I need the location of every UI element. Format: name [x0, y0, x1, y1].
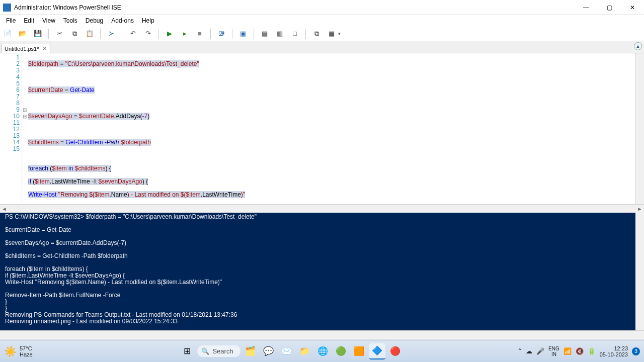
open-icon[interactable]: 📂	[17, 28, 28, 39]
stop-icon[interactable]: ■	[194, 28, 205, 39]
collapse-script-pane-icon[interactable]: ▲	[634, 42, 642, 50]
battery-icon[interactable]: 🔋	[588, 347, 596, 355]
title-bar: Administrator: Windows PowerShell ISE — …	[0, 0, 644, 15]
menu-addons[interactable]: Add-ons	[107, 16, 138, 25]
layout2-icon[interactable]: ▥	[274, 28, 285, 39]
menu-bar: File Edit View Tools Debug Add-ons Help	[0, 15, 644, 26]
mic-icon[interactable]: 🎤	[536, 347, 544, 355]
search-icon: 🔍	[201, 347, 209, 355]
language-indicator[interactable]: ENGIN	[548, 346, 559, 357]
app-icon-1[interactable]: 🟧	[351, 343, 367, 359]
menu-view[interactable]: View	[38, 16, 59, 25]
fold-column: ⊟⊟	[22, 53, 27, 204]
explorer-icon[interactable]: 📁	[297, 343, 313, 359]
cut-icon[interactable]: ✂	[54, 28, 65, 39]
redo-icon[interactable]: ↷	[142, 28, 153, 39]
edge-icon[interactable]: 🟢	[333, 343, 349, 359]
weather-widget[interactable]: ☀️ 57°C Haze	[4, 345, 64, 357]
chat-icon[interactable]: 💬	[261, 343, 277, 359]
wifi-icon[interactable]: 📶	[564, 347, 572, 355]
toolbar-dropdown-icon[interactable]: ▾	[338, 31, 341, 36]
console-pane[interactable]: PS C:\WINDOWS\system32> $folderpath = "C…	[0, 213, 644, 330]
onedrive-icon[interactable]: ☁	[526, 347, 532, 355]
line-number-gutter: 123 456 789 101112 131415	[0, 53, 22, 204]
new-icon[interactable]: 📄	[2, 28, 13, 39]
notifications-icon[interactable]: 3	[632, 347, 640, 355]
tab-label: Untitled1.ps1*	[5, 46, 39, 52]
tab-row: Untitled1.ps1* ✕ ▲	[0, 41, 644, 53]
start-button[interactable]: ⊞	[179, 343, 195, 359]
app-icon	[3, 4, 11, 12]
task-view-icon[interactable]: 🗂️	[243, 343, 259, 359]
run-icon[interactable]: ▶	[164, 28, 175, 39]
volume-icon[interactable]: 🔇	[576, 347, 584, 355]
menu-debug[interactable]: Debug	[82, 16, 107, 25]
code-area[interactable]: $folderpath = "C:\Users\parveen.kumar\Do…	[27, 53, 635, 204]
menu-tools[interactable]: Tools	[59, 16, 82, 25]
clear-icon[interactable]: ≻	[106, 28, 117, 39]
tab-untitled1[interactable]: Untitled1.ps1* ✕	[1, 44, 50, 53]
editor-vertical-scrollbar[interactable]	[635, 53, 644, 204]
search-placeholder: Search	[212, 347, 233, 355]
run-selection-icon[interactable]: ▸	[179, 28, 190, 39]
window-title: Administrator: Windows PowerShell ISE	[14, 4, 575, 11]
toolbar: 📄 📂 💾 ✂ ⧉ 📋 ≻ ↶ ↷ ▶ ▸ ■ 🖳 ▣ ▤ ▥ □ ⧉ ▦ ▾	[0, 26, 644, 41]
script-editor[interactable]: 123 456 789 101112 131415 ⊟⊟ $folderpath…	[0, 53, 644, 204]
new-remote-icon[interactable]: ▣	[237, 28, 249, 39]
menu-help[interactable]: Help	[138, 16, 158, 25]
close-button[interactable]: ✕	[621, 0, 644, 15]
layout1-icon[interactable]: ▤	[259, 28, 270, 39]
undo-icon[interactable]: ↶	[127, 28, 138, 39]
show-addon-icon[interactable]: ▦	[326, 28, 337, 39]
clock[interactable]: 12:2305-10-2023	[600, 345, 628, 357]
menu-file[interactable]: File	[2, 16, 20, 25]
console-vertical-scrollbar[interactable]	[635, 213, 644, 330]
menu-edit[interactable]: Edit	[20, 16, 38, 25]
paste-icon[interactable]: 📋	[84, 28, 95, 39]
show-command-icon[interactable]: ⧉	[311, 28, 322, 39]
console-horizontal-scrollbar[interactable]	[0, 330, 644, 339]
remote-icon[interactable]: 🖳	[216, 28, 227, 39]
maximize-button[interactable]: ▢	[598, 0, 621, 15]
mail-icon[interactable]: ✉️	[279, 343, 295, 359]
chrome-icon[interactable]: 🌐	[315, 343, 331, 359]
taskbar-search[interactable]: 🔍 Search	[197, 345, 240, 357]
layout3-icon[interactable]: □	[289, 28, 300, 39]
windows-taskbar: ☀️ 57°C Haze ⊞ 🔍 Search 🗂️ 💬 ✉️ 📁 🌐 🟢 🟧 …	[0, 340, 644, 362]
recording-icon[interactable]: 🔴	[387, 343, 404, 359]
powershell-ise-icon[interactable]: 🔷	[369, 343, 385, 359]
weather-temp: 57°C	[20, 345, 33, 351]
sun-icon: ☀️	[4, 345, 17, 357]
tab-close-icon[interactable]: ✕	[42, 45, 47, 52]
weather-cond: Haze	[20, 351, 33, 357]
editor-horizontal-scrollbar[interactable]: ◄►	[0, 204, 644, 213]
minimize-button[interactable]: —	[575, 0, 598, 15]
tray-expand-icon[interactable]: ˄	[518, 347, 522, 355]
system-tray: ˄ ☁ 🎤 ENGIN 📶 🔇 🔋 12:2305-10-2023 3	[518, 345, 640, 357]
save-icon[interactable]: 💾	[32, 28, 43, 39]
copy-icon[interactable]: ⧉	[69, 28, 80, 39]
